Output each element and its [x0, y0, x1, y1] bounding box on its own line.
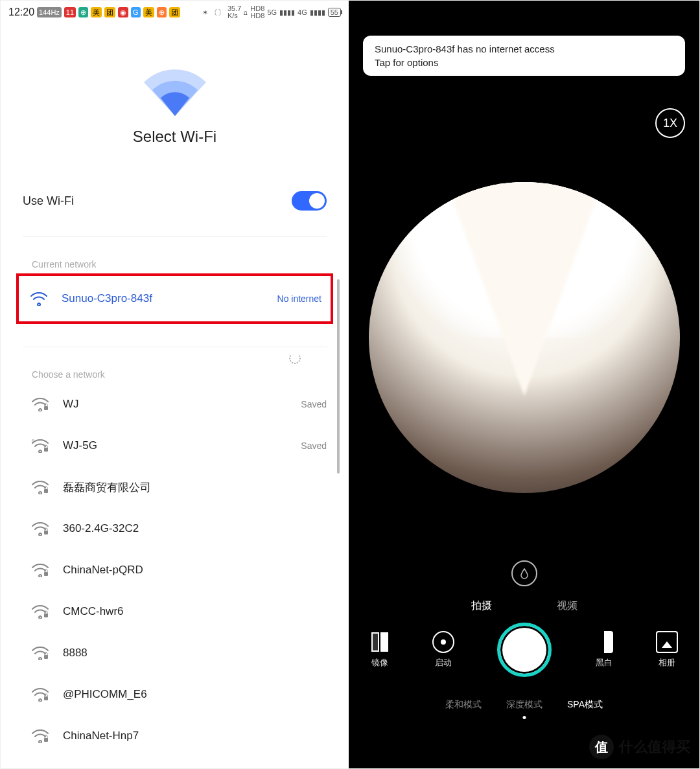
mode-indicator-dot — [522, 716, 526, 719]
network-name: 360-2.4G-32C2 — [63, 522, 327, 535]
mode-spa[interactable]: SPA模式 — [567, 699, 603, 711]
wifi-lock-icon — [32, 646, 49, 660]
bw-icon — [595, 631, 613, 653]
wifi-lock-icon — [32, 687, 49, 702]
watermark: 值 什么值得买 — [589, 735, 690, 759]
use-wifi-label: Use Wi-Fi — [23, 194, 74, 208]
watermark-badge-icon: 值 — [589, 735, 614, 759]
network-row[interactable]: ChinaNet-Hnp7 — [32, 715, 327, 757]
svg-rect-0 — [44, 406, 48, 410]
network-name: WJ — [63, 398, 286, 411]
choose-network-heading: Choose a network — [32, 369, 327, 380]
vibrate-icon: 〔〕 — [211, 8, 225, 17]
toast-line1: Sunuo-C3pro-843f has no internet access — [375, 42, 673, 56]
svg-rect-4 — [44, 531, 48, 534]
svg-rect-8 — [44, 696, 48, 700]
network-name: CMCC-hwr6 — [63, 605, 327, 618]
net-speed: 35.7 K/s — [228, 5, 241, 19]
network-status: Saved — [301, 441, 327, 451]
current-network-name: Sunuo-C3pro-843f — [62, 292, 263, 305]
network-row[interactable]: 360-2.4G-32C2 — [32, 508, 327, 549]
status-bar: 12:20 144Hz 11 ⊕ 美 团 ◉ G 美 ⊕ 团 ✶ 〔〕 35.7… — [1, 1, 349, 24]
network-name: 8888 — [63, 647, 327, 660]
signal1-bars-icon: ▮▮▮▮ — [279, 8, 295, 17]
app-icon: 美 — [91, 7, 102, 17]
status-time: 12:20 — [8, 6, 34, 18]
network-name: ChinaNet-pQRD — [63, 564, 327, 577]
network-row[interactable]: CMCC-hwr6 — [32, 591, 327, 632]
wifi-lock-icon — [32, 522, 49, 536]
svg-rect-5 — [44, 572, 48, 576]
bw-button[interactable]: 黑白 — [595, 631, 613, 669]
network-row[interactable]: ChinaNet-pQRD — [32, 549, 327, 591]
wifi-lock-icon — [32, 563, 49, 577]
current-network-row[interactable]: Sunuo-C3pro-843f No internet — [16, 273, 333, 324]
mirror-button[interactable]: 镜像 — [370, 631, 390, 669]
camera-viewport[interactable] — [369, 182, 680, 493]
app-icon: 团 — [169, 7, 180, 17]
fps-badge: 144Hz — [37, 7, 62, 17]
no-internet-toast[interactable]: Sunuo-C3pro-843f has no internet access … — [363, 36, 685, 76]
wifi-lock-icon — [32, 604, 49, 619]
tab-video[interactable]: 视频 — [557, 599, 578, 613]
app-icon: ⊕ — [78, 7, 88, 17]
network-row[interactable]: WJSaved — [32, 384, 327, 425]
wifi-lock-icon: 6 — [32, 439, 49, 453]
battery-indicator: 55 — [328, 8, 341, 17]
page-title: Select Wi-Fi — [133, 128, 216, 146]
network-name: 磊磊商贸有限公司 — [63, 480, 327, 495]
app-icon: G — [131, 7, 141, 17]
network-status: Saved — [301, 399, 327, 409]
wifi-lock-icon — [32, 397, 49, 411]
mirror-icon — [370, 631, 390, 653]
droplet-button[interactable] — [511, 560, 537, 586]
record-icon — [432, 631, 454, 653]
signal1-icon: 5G — [267, 8, 277, 16]
bluetooth-icon: ✶ — [202, 8, 208, 17]
wifi-hero-icon — [143, 69, 207, 116]
network-row[interactable]: 磊磊商贸有限公司 — [32, 466, 327, 508]
svg-rect-9 — [44, 738, 48, 742]
network-row[interactable]: 6 WJ-5GSaved — [32, 425, 327, 466]
mode-deep[interactable]: 深度模式 — [506, 699, 542, 711]
tab-photo[interactable]: 拍摄 — [471, 599, 492, 613]
network-name: ChinaNet-Hnp7 — [63, 729, 327, 742]
toast-line2: Tap for options — [375, 56, 673, 69]
current-network-heading: Current network — [32, 259, 327, 270]
signal2-icon: 4G — [298, 8, 307, 16]
use-wifi-toggle[interactable] — [292, 191, 327, 211]
shutter-button[interactable] — [497, 623, 552, 677]
start-button[interactable]: 启动 — [432, 631, 454, 669]
wifi-icon — [30, 292, 47, 306]
app-icon: 11 — [64, 7, 76, 17]
album-button[interactable]: 相册 — [656, 631, 678, 669]
hd-icon: HD8 HD8 — [250, 5, 264, 19]
wifi-status-icon: ⩍ — [244, 8, 248, 16]
refresh-icon[interactable] — [289, 352, 301, 364]
watermark-text: 什么值得买 — [619, 737, 690, 757]
svg-rect-2 — [44, 448, 48, 452]
network-row[interactable]: 8888 — [32, 632, 327, 674]
zoom-button[interactable]: 1X — [655, 108, 685, 138]
svg-rect-3 — [44, 489, 48, 493]
network-name: WJ-5G — [63, 439, 286, 452]
signal2-bars-icon: ▮▮▮▮ — [310, 8, 325, 17]
svg-rect-6 — [44, 614, 48, 617]
app-icon: 团 — [104, 7, 115, 17]
mode-soft[interactable]: 柔和模式 — [445, 699, 482, 711]
album-icon — [656, 631, 678, 653]
network-name: @PHICOMM_E6 — [63, 688, 327, 701]
current-network-status: No internet — [277, 293, 321, 304]
app-icon: 美 — [143, 7, 154, 17]
network-row[interactable]: @PHICOMM_E6 — [32, 674, 327, 715]
app-icon: ◉ — [118, 7, 128, 17]
svg-rect-7 — [44, 655, 48, 659]
wifi-lock-icon — [32, 729, 49, 743]
wifi-lock-icon — [32, 480, 49, 494]
app-icon: ⊕ — [157, 7, 167, 17]
